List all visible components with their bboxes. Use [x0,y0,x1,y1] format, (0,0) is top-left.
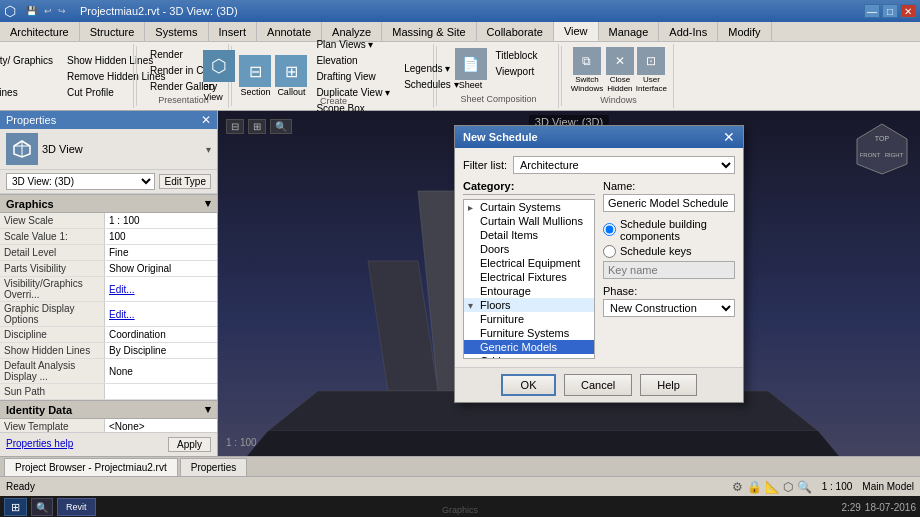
key-name-input[interactable] [603,261,735,279]
minimize-button[interactable]: — [864,4,880,18]
viewport-btn[interactable]: Viewport [491,64,543,79]
tab-addins[interactable]: Add-Ins [659,22,718,41]
tab-view[interactable]: View [554,22,599,41]
filter-select[interactable]: Architecture Structure MEP All [513,156,735,174]
tab-properties[interactable]: Properties [180,458,248,476]
visibility-graphics-link[interactable]: Edit... [109,284,135,295]
viewport[interactable]: 3D View: (3D) ⊟ ⊞ 🔍 TOP RIGHT FRONT 1 : … [218,111,920,456]
visibility-graphics-btn[interactable]: Visibility/ Graphics [0,53,58,68]
panel-row-analysis-display: Default Analysis Display ... None [0,359,217,384]
elevation-btn[interactable]: Elevation [311,53,395,68]
user-interface-btn[interactable]: ⊡ User Interface [636,47,667,93]
tab-systems[interactable]: Systems [145,22,208,41]
scale-value-label: Scale Value 1: [0,229,105,244]
cancel-btn[interactable]: Cancel [564,374,632,396]
tab-massing[interactable]: Massing & Site [382,22,476,41]
graphics-collapse-icon[interactable]: ▾ [205,197,211,210]
type-icon [6,133,38,165]
dialog-left: Category: ▸Curtain Systems Curtain Wall … [463,180,595,359]
sheet-btn[interactable]: 📄 Sheet [455,48,487,90]
dialog-body: Filter list: Architecture Structure MEP … [455,148,743,367]
properties-panel: Properties ✕ 3D View ▾ 3D View: (3D) Edi… [0,111,218,456]
show-hidden-value: By Discipline [105,343,217,358]
graphic-display-link[interactable]: Edit... [109,309,135,320]
tab-project-browser[interactable]: Project Browser - Projectmiau2.rvt [4,458,178,476]
status-bar: Ready ⚙ 🔒 📐 ⬡ 🔍 1 : 100 Main Model [0,476,920,496]
callout-btn[interactable]: ⊞ Callout [275,55,307,97]
panel-row-show-hidden: Show Hidden Lines By Discipline [0,343,217,359]
dialog-titlebar: New Schedule ✕ [455,126,743,148]
help-btn[interactable]: Help [640,374,697,396]
bottom-tabs: Project Browser - Projectmiau2.rvt Prope… [0,456,920,476]
panel-title: Properties [6,114,56,126]
cat-curtain-systems[interactable]: ▸Curtain Systems [464,200,594,214]
floors-expand-icon: ▾ [468,300,480,311]
cat-furniture[interactable]: Furniture [464,312,594,326]
cat-doors[interactable]: Doors [464,242,594,256]
properties-help-link[interactable]: Properties help [6,438,73,449]
cat-furniture-systems[interactable]: Furniture Systems [464,326,594,340]
cat-entourage[interactable]: Entourage [464,284,594,298]
apply-btn[interactable]: Apply [168,437,211,452]
cat-grids[interactable]: Grids [464,354,594,359]
view-type-select[interactable]: 3D View: (3D) [6,173,155,190]
graphic-display-label: Graphic Display Options [0,302,105,326]
tab-modify[interactable]: Modify [718,22,771,41]
tab-structure[interactable]: Structure [80,22,146,41]
cat-electrical-equipment[interactable]: Electrical Equipment [464,256,594,270]
panel-footer: Properties help Apply [0,432,217,456]
plan-views-btn[interactable]: Plan Views ▾ [311,37,395,52]
cat-curtain-wall-mullions[interactable]: Curtain Wall Mullions [464,214,594,228]
tab-architecture[interactable]: Architecture [0,22,80,41]
status-text: Ready [6,481,722,492]
tab-insert[interactable]: Insert [209,22,258,41]
app-icon: ⬡ [4,3,16,19]
tab-manage[interactable]: Manage [599,22,660,41]
phase-select[interactable]: New Construction Existing Demolished [603,299,735,317]
identity-data-collapse[interactable]: ▾ [205,403,211,416]
identity-data-section-header: Identity Data ▾ [0,400,217,419]
drafting-view-btn[interactable]: Drafting View [311,69,395,84]
thin-lines-btn[interactable]: Thin Lines [0,85,58,100]
ok-btn[interactable]: OK [501,374,556,396]
cat-generic-models[interactable]: Generic Models [464,340,594,354]
parts-visibility-value[interactable]: Show Original [105,261,217,276]
filters-btn[interactable]: Filters [0,69,58,84]
panel-row-detail-level: Detail Level Fine [0,245,217,261]
panel-row-discipline: Discipline Coordination [0,327,217,343]
close-button[interactable]: ✕ [900,4,916,18]
title-bar: ⬡ 💾 ↩ ↪ Projectmiau2.rvt - 3D View: (3D)… [0,0,920,22]
name-input[interactable] [603,194,735,212]
maximize-button[interactable]: □ [882,4,898,18]
category-list-wrapper: ▸Curtain Systems Curtain Wall Mullions D… [463,199,595,359]
panel-row-scale-value: Scale Value 1: 100 [0,229,217,245]
close-hidden-btn[interactable]: ✕ Close Hidden [606,47,634,93]
sun-path-label: Sun Path [0,384,105,399]
dialog-right: Name: Schedule building components [603,180,735,359]
qa-redo[interactable]: ↪ [58,6,66,16]
schedule-keys-radio[interactable] [603,245,616,258]
identity-data-label: Identity Data [6,404,72,416]
edit-type-btn[interactable]: Edit Type [159,174,211,189]
switch-windows-btn[interactable]: ⧉ Switch Windows [570,47,604,93]
discipline-label: Discipline [0,327,105,342]
detail-level-value[interactable]: Fine [105,245,217,260]
cat-floors[interactable]: ▾Floors [464,298,594,312]
schedule-building-radio[interactable] [603,223,616,236]
schedule-keys-row: Schedule keys [603,245,735,258]
panel-close-btn[interactable]: ✕ [201,113,211,127]
cat-detail-items[interactable]: Detail Items [464,228,594,242]
3d-view-btn[interactable]: ⬡ 3D View [203,50,235,102]
graphics-section-header: Graphics ▾ [0,194,217,213]
qa-save[interactable]: 💾 [26,6,37,16]
cat-electrical-fixtures[interactable]: Electrical Fixtures [464,270,594,284]
sun-path-value [105,384,217,399]
qa-undo[interactable]: ↩ [44,6,52,16]
dialog-close-btn[interactable]: ✕ [723,130,735,144]
tab-collaborate[interactable]: Collaborate [477,22,554,41]
titleblock-btn[interactable]: Titleblock [491,48,543,63]
ribbon-group-graphics: Visibility/ Graphics Filters Thin Lines … [4,44,134,108]
view-template-value[interactable]: <None> [105,419,217,432]
section-btn[interactable]: ⊟ Section [239,55,271,97]
category-list[interactable]: ▸Curtain Systems Curtain Wall Mullions D… [463,199,595,359]
